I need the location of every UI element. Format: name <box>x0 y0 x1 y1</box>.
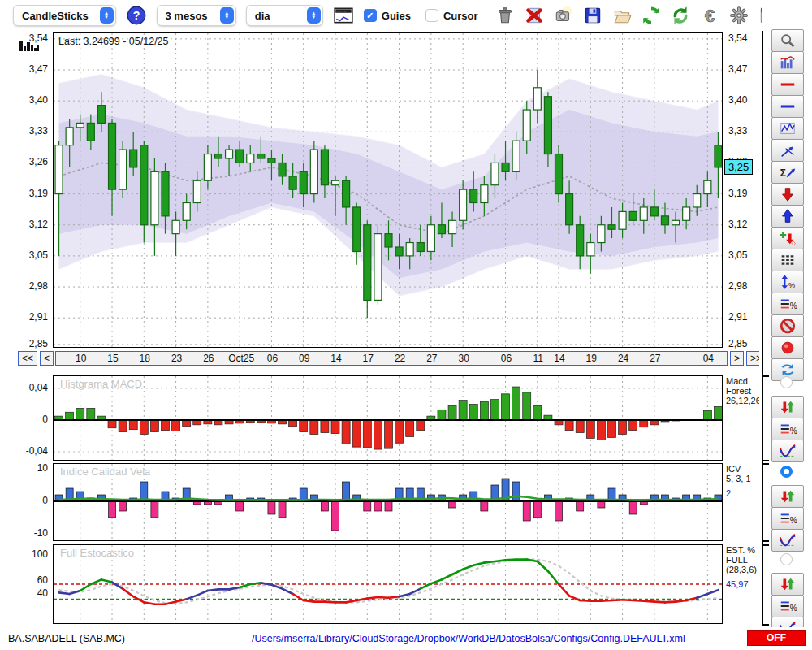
price-tick-label: 3,33 <box>728 125 747 136</box>
trash-icon[interactable] <box>495 5 516 27</box>
svg-text:€: € <box>705 6 715 26</box>
guies-checkbox-row[interactable]: ✓ Guies <box>364 9 411 22</box>
zoom-button[interactable] <box>771 29 804 52</box>
cursor-checkbox[interactable]: ✓ <box>425 9 438 22</box>
toolbar-icon-group: €17 <box>495 5 780 27</box>
macd-tick-label: 0,04 <box>29 382 48 393</box>
sigma-trend-button[interactable]: Σ <box>771 161 804 184</box>
vertical-percent-button[interactable]: % <box>771 271 804 293</box>
price-tick-label: 3,12 <box>29 219 48 230</box>
icv-arrows-button[interactable] <box>771 485 804 508</box>
red-line-button[interactable] <box>771 73 804 96</box>
macd-histogram-chart[interactable] <box>53 375 723 461</box>
last-price-label: Last: 3.24699 - 05/12/25 <box>58 36 169 47</box>
icv-panel-radio[interactable] <box>780 466 793 478</box>
rail-stub <box>762 375 769 377</box>
candlestick-chart[interactable] <box>53 32 723 348</box>
macd-arrows-button[interactable] <box>771 396 804 418</box>
scroll-prev-button[interactable]: < <box>40 351 54 366</box>
icv-value: 2 <box>726 488 751 498</box>
symbol-label: BA.SABADELL (SAB.MC) <box>8 633 125 644</box>
dashed-lines-button[interactable] <box>771 249 804 271</box>
price-tick-label: 2,85 <box>29 338 48 349</box>
icv-percent-button[interactable]: % <box>771 507 804 530</box>
scroll-next-button[interactable]: > <box>730 351 744 366</box>
block-button[interactable] <box>771 314 804 337</box>
chevron-up-down-icon: ▲▼ <box>220 7 234 24</box>
price-tick-label: 3,19 <box>728 188 747 199</box>
euro-icon[interactable]: € <box>699 5 721 27</box>
scroll-first-button[interactable]: << <box>18 351 37 366</box>
date-tick-label: 19 <box>579 353 603 364</box>
macd-percent-button[interactable]: % <box>771 418 804 440</box>
price-tick-label: 3,19 <box>29 188 48 199</box>
stoch-axis: 1006040 <box>16 544 51 625</box>
rail-stub <box>762 540 769 542</box>
date-tick-label: 06 <box>495 353 519 364</box>
guies-checkbox[interactable]: ✓ <box>364 9 377 22</box>
svg-text:%: % <box>790 516 797 525</box>
refresh-icon[interactable] <box>641 5 663 27</box>
stoch-panel-radio[interactable] <box>780 553 793 566</box>
icv-title: Indice Calidad Vela <box>60 466 150 478</box>
price-tick-label: 3,54 <box>728 32 747 44</box>
macd-panel-radio[interactable] <box>780 376 793 388</box>
date-tick-label: 14 <box>324 353 348 364</box>
icv-params: ICV 5, 3, 1 2 <box>726 464 751 498</box>
macd-title: Histgrama MACD <box>60 378 142 390</box>
period-dropdown[interactable]: 3 mesos ▲▼ <box>157 5 236 26</box>
date-tick-label: 17 <box>356 353 380 364</box>
icv-curve-button[interactable] <box>771 529 804 552</box>
price-axis-left: 3,543,473,403,333,263,193,123,052,982,91… <box>16 32 51 370</box>
add-signals-button[interactable] <box>771 227 804 249</box>
cursor-checkbox-row[interactable]: ✓ Cursor <box>425 9 478 22</box>
stochastic-chart[interactable] <box>53 544 723 624</box>
lines-percent-button[interactable]: % <box>771 292 804 315</box>
price-tick-label: 2,85 <box>728 338 747 349</box>
arrow-up-button[interactable] <box>771 205 804 228</box>
snapshot-icon[interactable] <box>553 5 575 27</box>
stoch-arrows-button[interactable] <box>771 573 804 596</box>
interval-dropdown[interactable]: dia ▲▼ <box>246 5 323 26</box>
stoch-title: Full Estocastico <box>60 547 134 559</box>
indicator-button[interactable] <box>771 51 804 74</box>
mini-chart-icon[interactable] <box>333 5 354 27</box>
price-tick-label: 2,98 <box>29 280 48 292</box>
svg-text:?: ? <box>132 9 140 22</box>
svg-text:%: % <box>790 604 797 613</box>
chevron-up-down-icon: ▲▼ <box>307 7 321 24</box>
icv-bar-chart[interactable] <box>53 463 723 541</box>
help-icon[interactable]: ? <box>126 5 147 27</box>
macd-curve-button[interactable] <box>771 440 804 462</box>
sync-icon[interactable] <box>670 5 692 27</box>
price-tick-label: 3,33 <box>29 125 48 136</box>
save-icon[interactable] <box>582 5 604 27</box>
open-icon[interactable] <box>611 5 633 27</box>
stoch-percent-button[interactable]: % <box>771 595 804 618</box>
cursor-label: Cursor <box>443 10 478 22</box>
svg-text:%: % <box>788 281 795 289</box>
svg-text:%: % <box>790 301 797 310</box>
trend-button[interactable] <box>771 139 804 162</box>
chart-type-dropdown[interactable]: CandleSticks ▲▼ <box>13 5 116 26</box>
blue-line-button[interactable] <box>771 95 804 118</box>
price-tick-label: 3,12 <box>728 219 747 230</box>
price-axis-right: 3,543,473,403,333,263,193,123,052,982,91… <box>724 32 759 370</box>
date-tick-label: 26 <box>197 353 221 364</box>
date-tick-label: 06 <box>260 353 284 364</box>
main-chart-panel: 3,543,473,403,333,263,193,123,052,982,91… <box>16 32 759 370</box>
delete-icon[interactable] <box>524 5 546 27</box>
zigzag-button[interactable] <box>771 117 804 140</box>
macd-axis: 0,040-0,04 <box>16 375 51 462</box>
record-button[interactable] <box>771 336 804 359</box>
date-axis[interactable]: 1015182326Oct250609141722273006111419242… <box>55 351 728 366</box>
tool-rail: Σ%%%%% <box>762 0 812 650</box>
date-tick-label: 27 <box>420 353 444 364</box>
settings-icon[interactable] <box>728 5 750 27</box>
date-tick-label: 09 <box>292 353 317 364</box>
rail-divider <box>762 31 763 626</box>
arrow-down-button[interactable] <box>771 183 804 206</box>
scroll-last-button[interactable]: >> <box>746 351 759 366</box>
stoch-panel: 1006040 Full Estocastico EST. % FULL (28… <box>16 544 759 625</box>
off-button[interactable]: OFF <box>747 630 806 646</box>
